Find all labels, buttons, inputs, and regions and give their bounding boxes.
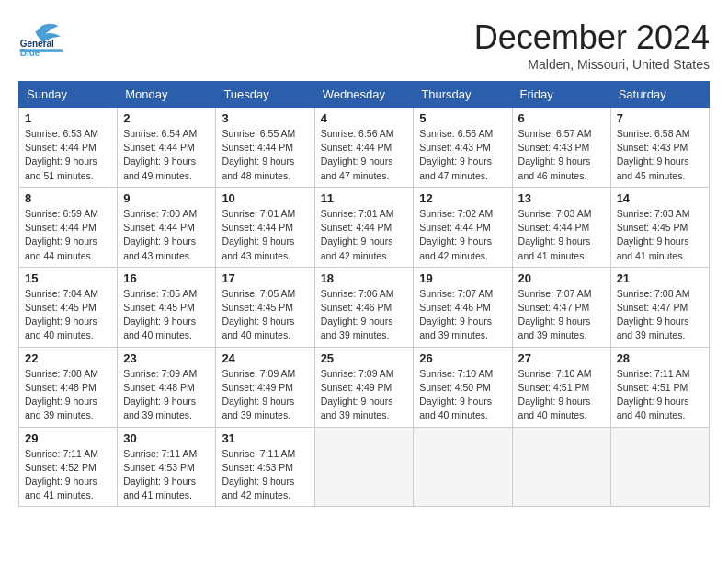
day-number: 19 — [419, 271, 506, 285]
calendar-cell: 5Sunrise: 6:56 AMSunset: 4:43 PMDaylight… — [414, 108, 512, 188]
logo: General Blue — [18, 18, 64, 60]
calendar-cell — [314, 427, 414, 507]
page-header: General Blue December 2024 Malden, Misso… — [18, 18, 710, 72]
day-number: 7 — [617, 111, 703, 125]
calendar-cell: 8Sunrise: 6:59 AMSunset: 4:44 PMDaylight… — [19, 187, 118, 267]
day-info: Sunrise: 7:08 AMSunset: 4:47 PMDaylight:… — [617, 287, 703, 343]
day-number: 25 — [321, 351, 408, 365]
day-number: 29 — [25, 431, 111, 445]
calendar-cell: 31Sunrise: 7:11 AMSunset: 4:53 PMDayligh… — [216, 427, 314, 507]
calendar-day-header: Thursday — [414, 82, 512, 108]
calendar-cell: 26Sunrise: 7:10 AMSunset: 4:50 PMDayligh… — [414, 347, 512, 427]
calendar-cell: 28Sunrise: 7:11 AMSunset: 4:51 PMDayligh… — [610, 347, 709, 427]
calendar-cell: 25Sunrise: 7:09 AMSunset: 4:49 PMDayligh… — [314, 347, 414, 427]
calendar-table: SundayMondayTuesdayWednesdayThursdayFrid… — [18, 81, 710, 507]
calendar-cell: 2Sunrise: 6:54 AMSunset: 4:44 PMDaylight… — [118, 108, 216, 188]
calendar-day-header: Sunday — [19, 82, 118, 108]
day-number: 20 — [518, 271, 605, 285]
calendar-cell: 27Sunrise: 7:10 AMSunset: 4:51 PMDayligh… — [512, 347, 610, 427]
calendar-day-header: Tuesday — [216, 82, 314, 108]
day-info: Sunrise: 6:58 AMSunset: 4:43 PMDaylight:… — [617, 127, 703, 183]
day-info: Sunrise: 7:08 AMSunset: 4:48 PMDaylight:… — [25, 367, 111, 423]
day-number: 2 — [123, 111, 210, 125]
day-number: 27 — [518, 351, 605, 365]
day-info: Sunrise: 7:09 AMSunset: 4:49 PMDaylight:… — [222, 367, 308, 423]
day-info: Sunrise: 6:53 AMSunset: 4:44 PMDaylight:… — [25, 127, 111, 183]
day-number: 1 — [25, 111, 111, 125]
day-number: 8 — [25, 191, 111, 205]
calendar-cell: 12Sunrise: 7:02 AMSunset: 4:44 PMDayligh… — [414, 187, 512, 267]
day-info: Sunrise: 7:07 AMSunset: 4:46 PMDaylight:… — [419, 287, 506, 343]
calendar-cell: 11Sunrise: 7:01 AMSunset: 4:44 PMDayligh… — [314, 187, 414, 267]
calendar-header-row: SundayMondayTuesdayWednesdayThursdayFrid… — [19, 82, 710, 108]
day-number: 10 — [222, 191, 308, 205]
day-info: Sunrise: 7:11 AMSunset: 4:51 PMDaylight:… — [617, 367, 703, 423]
calendar-cell — [414, 427, 512, 507]
calendar-cell: 6Sunrise: 6:57 AMSunset: 4:43 PMDaylight… — [512, 108, 610, 188]
day-number: 28 — [617, 351, 703, 365]
calendar-cell: 24Sunrise: 7:09 AMSunset: 4:49 PMDayligh… — [216, 347, 314, 427]
day-info: Sunrise: 6:55 AMSunset: 4:44 PMDaylight:… — [222, 127, 308, 183]
calendar-cell: 4Sunrise: 6:56 AMSunset: 4:44 PMDaylight… — [314, 108, 414, 188]
day-number: 9 — [123, 191, 210, 205]
calendar-cell — [610, 427, 709, 507]
calendar-cell: 16Sunrise: 7:05 AMSunset: 4:45 PMDayligh… — [118, 267, 216, 347]
day-info: Sunrise: 7:03 AMSunset: 4:44 PMDaylight:… — [518, 207, 605, 263]
calendar-week-row: 15Sunrise: 7:04 AMSunset: 4:45 PMDayligh… — [19, 267, 710, 347]
calendar-week-row: 1Sunrise: 6:53 AMSunset: 4:44 PMDaylight… — [19, 108, 710, 188]
day-info: Sunrise: 7:11 AMSunset: 4:53 PMDaylight:… — [123, 447, 210, 503]
day-info: Sunrise: 7:02 AMSunset: 4:44 PMDaylight:… — [419, 207, 506, 263]
day-info: Sunrise: 7:09 AMSunset: 4:49 PMDaylight:… — [321, 367, 408, 423]
location: Malden, Missouri, United States — [474, 57, 710, 72]
day-number: 5 — [419, 111, 506, 125]
day-number: 22 — [25, 351, 111, 365]
calendar-cell: 22Sunrise: 7:08 AMSunset: 4:48 PMDayligh… — [19, 347, 118, 427]
day-number: 30 — [123, 431, 210, 445]
day-number: 21 — [617, 271, 703, 285]
day-info: Sunrise: 6:56 AMSunset: 4:43 PMDaylight:… — [419, 127, 506, 183]
day-info: Sunrise: 7:07 AMSunset: 4:47 PMDaylight:… — [518, 287, 605, 343]
day-info: Sunrise: 7:10 AMSunset: 4:51 PMDaylight:… — [518, 367, 605, 423]
day-number: 17 — [222, 271, 308, 285]
day-info: Sunrise: 6:57 AMSunset: 4:43 PMDaylight:… — [518, 127, 605, 183]
calendar-week-row: 29Sunrise: 7:11 AMSunset: 4:52 PMDayligh… — [19, 427, 710, 507]
day-number: 18 — [321, 271, 408, 285]
logo-icon: General Blue — [18, 18, 64, 60]
calendar-day-header: Saturday — [610, 82, 709, 108]
day-info: Sunrise: 7:01 AMSunset: 4:44 PMDaylight:… — [222, 207, 308, 263]
day-number: 15 — [25, 271, 111, 285]
day-info: Sunrise: 7:06 AMSunset: 4:46 PMDaylight:… — [321, 287, 408, 343]
calendar-cell: 14Sunrise: 7:03 AMSunset: 4:45 PMDayligh… — [610, 187, 709, 267]
day-number: 31 — [222, 431, 308, 445]
calendar-week-row: 8Sunrise: 6:59 AMSunset: 4:44 PMDaylight… — [19, 187, 710, 267]
day-number: 16 — [123, 271, 210, 285]
calendar-cell: 18Sunrise: 7:06 AMSunset: 4:46 PMDayligh… — [314, 267, 414, 347]
calendar-cell: 7Sunrise: 6:58 AMSunset: 4:43 PMDaylight… — [610, 108, 709, 188]
day-info: Sunrise: 7:04 AMSunset: 4:45 PMDaylight:… — [25, 287, 111, 343]
calendar-cell: 1Sunrise: 6:53 AMSunset: 4:44 PMDaylight… — [19, 108, 118, 188]
calendar-cell: 15Sunrise: 7:04 AMSunset: 4:45 PMDayligh… — [19, 267, 118, 347]
calendar-cell: 17Sunrise: 7:05 AMSunset: 4:45 PMDayligh… — [216, 267, 314, 347]
day-number: 6 — [518, 111, 605, 125]
calendar-cell: 3Sunrise: 6:55 AMSunset: 4:44 PMDaylight… — [216, 108, 314, 188]
calendar-cell: 10Sunrise: 7:01 AMSunset: 4:44 PMDayligh… — [216, 187, 314, 267]
day-info: Sunrise: 7:01 AMSunset: 4:44 PMDaylight:… — [321, 207, 408, 263]
calendar-cell: 19Sunrise: 7:07 AMSunset: 4:46 PMDayligh… — [414, 267, 512, 347]
day-number: 13 — [518, 191, 605, 205]
svg-text:Blue: Blue — [20, 48, 40, 58]
day-info: Sunrise: 6:59 AMSunset: 4:44 PMDaylight:… — [25, 207, 111, 263]
calendar-cell: 20Sunrise: 7:07 AMSunset: 4:47 PMDayligh… — [512, 267, 610, 347]
day-info: Sunrise: 7:10 AMSunset: 4:50 PMDaylight:… — [419, 367, 506, 423]
day-number: 24 — [222, 351, 308, 365]
day-info: Sunrise: 6:56 AMSunset: 4:44 PMDaylight:… — [321, 127, 408, 183]
day-number: 4 — [321, 111, 408, 125]
calendar-day-header: Monday — [118, 82, 216, 108]
day-number: 14 — [617, 191, 703, 205]
calendar-cell: 13Sunrise: 7:03 AMSunset: 4:44 PMDayligh… — [512, 187, 610, 267]
month-title: December 2024 — [474, 18, 710, 57]
day-info: Sunrise: 7:00 AMSunset: 4:44 PMDaylight:… — [123, 207, 210, 263]
day-info: Sunrise: 7:05 AMSunset: 4:45 PMDaylight:… — [222, 287, 308, 343]
day-number: 26 — [419, 351, 506, 365]
day-info: Sunrise: 6:54 AMSunset: 4:44 PMDaylight:… — [123, 127, 210, 183]
calendar-week-row: 22Sunrise: 7:08 AMSunset: 4:48 PMDayligh… — [19, 347, 710, 427]
